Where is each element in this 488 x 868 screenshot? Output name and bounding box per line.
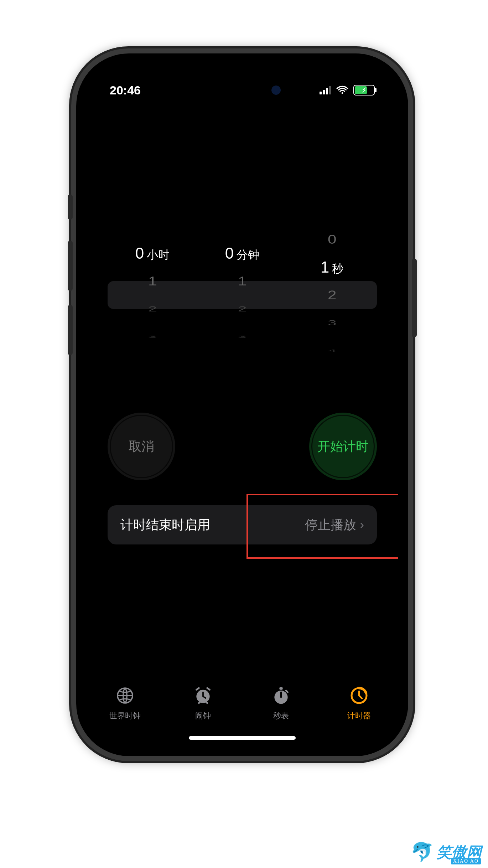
watermark-logo-icon: 🐬	[411, 841, 434, 863]
status-time: 20:46	[110, 83, 160, 97]
tab-timer-label: 计时器	[347, 711, 371, 721]
watermark-subtext: XIAO AO	[451, 858, 481, 864]
wifi-icon	[336, 86, 348, 95]
hours-next-3: 3	[148, 334, 157, 340]
dynamic-island	[196, 78, 289, 103]
seconds-next-3: 4	[327, 348, 336, 353]
volume-up-button	[68, 241, 73, 291]
minutes-picker-column[interactable]: 0 分钟 1 2 3	[198, 213, 286, 377]
watermark: 🐬 笑傲网 XIAO AO	[411, 841, 482, 863]
alarm-clock-icon	[193, 686, 213, 708]
tab-timer[interactable]: 计时器	[322, 686, 396, 721]
battery-icon: ⚡︎	[353, 85, 375, 95]
time-picker[interactable]: 0 小时 1 2 3 0 分钟	[108, 213, 377, 377]
volume-down-button	[68, 305, 73, 355]
hours-selected: 0 小时	[135, 239, 170, 267]
tab-alarm-label: 闹钟	[195, 711, 211, 721]
hours-picker-column[interactable]: 0 小时 1 2 3	[108, 213, 197, 377]
start-button-label: 开始计时	[317, 438, 369, 455]
when-timer-ends-row[interactable]: 计时结束时启用 停止播放 ›	[108, 505, 377, 544]
tab-world-clock-label: 世界时钟	[109, 711, 141, 721]
start-button[interactable]: 开始计时	[309, 413, 377, 480]
minutes-next-2: 2	[238, 303, 246, 316]
home-indicator[interactable]	[189, 736, 296, 740]
mute-switch	[68, 195, 73, 219]
minutes-selected: 0 分钟	[225, 239, 259, 267]
front-camera-icon	[271, 86, 281, 95]
minutes-next-3: 3	[238, 334, 246, 340]
screen: 20:46 ⚡︎	[86, 63, 398, 746]
seconds-picker-column[interactable]: 0 1 秒 2 3 4	[287, 213, 376, 377]
when-timer-ends-label: 计时结束时启用	[120, 516, 210, 534]
cancel-button-label: 取消	[129, 438, 154, 455]
seconds-prev-1: 0	[327, 228, 336, 250]
hours-next-1: 1	[148, 270, 157, 293]
svg-rect-3	[280, 687, 283, 690]
seconds-next-2: 3	[327, 317, 336, 330]
button-row: 取消 开始计时	[108, 413, 377, 480]
tab-world-clock[interactable]: 世界时钟	[88, 686, 162, 721]
cellular-signal-icon	[320, 86, 331, 94]
phone-frame: 20:46 ⚡︎	[71, 48, 413, 761]
seconds-next-1: 2	[327, 284, 336, 306]
stopwatch-icon	[271, 686, 291, 708]
world-clock-icon	[115, 686, 135, 708]
minutes-next-1: 1	[238, 270, 246, 293]
tab-alarm[interactable]: 闹钟	[166, 686, 240, 721]
timer-icon	[349, 686, 369, 708]
power-button	[412, 259, 417, 337]
battery-charging-icon: ⚡︎	[362, 87, 367, 93]
tab-stopwatch[interactable]: 秒表	[244, 686, 318, 721]
hours-next-2: 2	[148, 303, 157, 316]
chevron-right-icon: ›	[360, 517, 364, 532]
phone-bezel: 20:46 ⚡︎	[76, 53, 408, 756]
seconds-selected: 1 秒	[321, 253, 343, 281]
when-timer-ends-value-group: 停止播放 ›	[305, 516, 364, 534]
cancel-button[interactable]: 取消	[108, 413, 175, 480]
tab-stopwatch-label: 秒表	[273, 711, 289, 721]
when-timer-ends-value: 停止播放	[305, 516, 356, 534]
status-right: ⚡︎	[320, 85, 375, 95]
